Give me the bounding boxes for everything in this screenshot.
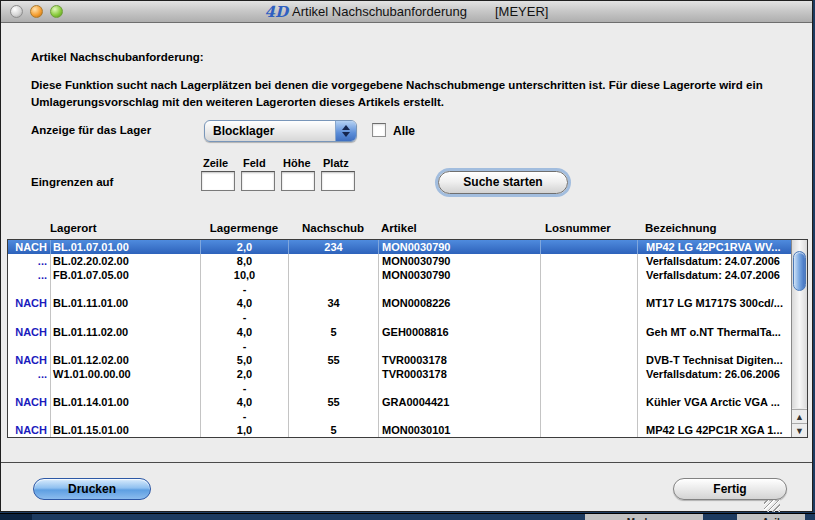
platz-label: Platz [323, 157, 349, 169]
table-row[interactable]: - [8, 310, 791, 324]
cell-losnummer [541, 395, 638, 409]
zeile-label: Zeile [203, 157, 228, 169]
cell-nachschub: 5 [289, 324, 379, 338]
background-window-block [0, 514, 32, 520]
cell-artikel [379, 409, 541, 423]
cell-flag: ... [8, 268, 51, 282]
cell-artikel: GEH0008816 [379, 324, 541, 338]
lagermenge-column-header: Lagermenge [200, 220, 288, 236]
cell-losnummer [541, 310, 638, 324]
cell-losnummer [541, 254, 638, 268]
cell-flag: NACH [8, 324, 51, 338]
cell-lagermenge: 8,0 [201, 254, 289, 268]
drucken-button[interactable]: Drucken [33, 478, 151, 500]
alle-label: Alle [393, 124, 415, 138]
resize-grip[interactable] [764, 500, 780, 512]
cell-lagermenge: 10,0 [201, 268, 289, 282]
scrollbar-thumb[interactable] [793, 251, 806, 291]
table-row[interactable]: - [8, 339, 791, 353]
cell-artikel: MON0030101 [379, 423, 541, 437]
table-body: NACHBL.01.07.01.002,0234MON0030790MP42 L… [8, 240, 791, 437]
table-row[interactable]: ...W1.01.00.00.002,0TVR0003178Verfallsda… [8, 367, 791, 381]
table-row[interactable]: NACHBL.01.07.01.002,0234MON0030790MP42 L… [8, 240, 791, 254]
cell-nachschub: 55 [289, 353, 379, 367]
nachschub-column-header: Nachschub [288, 220, 378, 236]
table-row[interactable]: NACHBL.01.11.02.004,05GEH0008816Geh MT o… [8, 324, 791, 338]
hoehe-label: Höhe [283, 157, 311, 169]
feld-input[interactable] [241, 171, 275, 191]
losnummer-column-header: Losnummer [540, 220, 637, 236]
cell-flag [8, 310, 51, 324]
cell-lagermenge: - [201, 282, 289, 296]
cell-losnummer [541, 381, 638, 395]
cell-lagermenge: 2,0 [201, 240, 289, 254]
table-row[interactable]: ...FB.01.07.05.0010,0MON0030790Verfallsd… [8, 268, 791, 282]
cell-lagerort: BL.02.20.02.00 [51, 254, 201, 268]
hoehe-input[interactable] [281, 171, 315, 191]
cell-lagermenge: - [201, 310, 289, 324]
cell-bezeichnung [638, 282, 791, 296]
table-row[interactable]: NACHBL.01.15.01.001,05MON0030101MP42 LG … [8, 423, 791, 437]
artikel-nachschubanforderung-window: 4D Artikel Nachschubanforderung [MEYER] … [0, 0, 813, 512]
cell-lagerort [51, 310, 201, 324]
close-button[interactable] [10, 5, 23, 18]
cell-bezeichnung: Verfallsdatum: 24.07.2006 [638, 268, 791, 282]
cell-lagermenge: 5,0 [201, 353, 289, 367]
fertig-button[interactable]: Fertig [673, 478, 787, 500]
cell-flag: ... [8, 367, 51, 381]
cell-nachschub: 5 [289, 423, 379, 437]
cell-flag [8, 339, 51, 353]
cell-bezeichnung: Verfallsdatum: 26.06.2006 [638, 367, 791, 381]
cell-nachschub [289, 367, 379, 381]
popup-arrows-icon [335, 121, 356, 141]
table-row[interactable]: ...BL.02.20.02.008,0MON0030790Verfallsda… [8, 254, 791, 268]
table-row[interactable]: NACHBL.01.12.02.005,055TVR0003178DVB-T T… [8, 353, 791, 367]
table-row[interactable]: - [8, 282, 791, 296]
cell-losnummer [541, 367, 638, 381]
titlebar[interactable]: 4D Artikel Nachschubanforderung [MEYER] [1, 1, 812, 23]
cell-losnummer [541, 282, 638, 296]
table-row[interactable]: NACHBL.01.14.01.004,055GRA0004421Kühler … [8, 395, 791, 409]
cell-bezeichnung: MT17 LG M1717S 300cd/... [638, 296, 791, 310]
lagerort-column-header: Lagerort [50, 220, 200, 236]
cell-artikel [379, 310, 541, 324]
cell-lagermenge: 4,0 [201, 324, 289, 338]
cell-lagermenge: - [201, 339, 289, 353]
table-row[interactable]: - [8, 409, 791, 423]
minimize-button[interactable] [30, 5, 43, 18]
cell-flag: NACH [8, 395, 51, 409]
table-row[interactable]: - [8, 381, 791, 395]
vertical-scrollbar[interactable]: ▲ ▼ [791, 240, 807, 437]
table-row[interactable]: NACHBL.01.11.01.004,034MON0008226MT17 LG… [8, 296, 791, 310]
cell-nachschub: 34 [289, 296, 379, 310]
scroll-up-arrow-icon[interactable]: ▲ [792, 409, 807, 423]
4d-logo-icon: 4D [265, 3, 288, 21]
cell-losnummer [541, 240, 638, 254]
cell-lagerort: BL.01.11.02.00 [51, 324, 201, 338]
cell-losnummer [541, 324, 638, 338]
cell-bezeichnung: MP42 LG 42PC1RVA WV... [638, 240, 791, 254]
zoom-button[interactable] [50, 5, 63, 18]
cell-nachschub: 55 [289, 395, 379, 409]
cell-nachschub [289, 381, 379, 395]
lager-popup-button[interactable]: Blocklager [204, 120, 357, 142]
alle-checkbox[interactable] [372, 123, 386, 137]
cell-flag: NACH [8, 240, 51, 254]
cell-losnummer [541, 296, 638, 310]
cell-flag: NACH [8, 423, 51, 437]
cell-flag: ... [8, 254, 51, 268]
window-title-group: 4D Artikel Nachschubanforderung [MEYER] [1, 3, 812, 21]
background-window-strip: Markes Azil [0, 513, 815, 520]
window-title: Artikel Nachschubanforderung [292, 4, 467, 19]
platz-input[interactable] [321, 171, 355, 191]
scroll-down-arrow-icon[interactable]: ▼ [792, 423, 807, 437]
suche-starten-button[interactable]: Suche starten [438, 171, 568, 194]
cell-bezeichnung: Verfallsdatum: 24.07.2006 [638, 254, 791, 268]
lager-label: Anzeige für das Lager [31, 124, 151, 136]
results-table: NACHBL.01.07.01.002,0234MON0030790MP42 L… [7, 239, 808, 438]
background-window-fragment: Markes [585, 514, 703, 520]
lager-popup-value: Blocklager [205, 121, 335, 141]
zeile-input[interactable] [201, 171, 235, 191]
cell-flag [8, 381, 51, 395]
cell-bezeichnung: Geh MT o.NT ThermalTa... [638, 324, 791, 338]
